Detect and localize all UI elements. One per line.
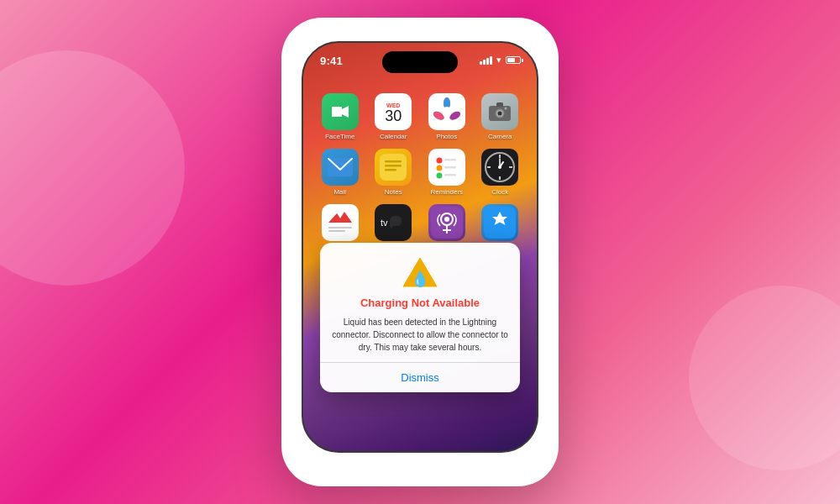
svg-text:💧: 💧 [411,270,430,288]
svg-point-22 [436,158,442,164]
svg-rect-45 [484,207,516,239]
svg-rect-23 [444,159,456,161]
alert-title: Charging Not Available [332,297,508,311]
alert-message: Liquid has been detected in the Lightnin… [332,316,508,354]
svg-point-15 [505,108,507,110]
app-icon-calendar[interactable]: WED 30 Calendar [371,93,415,140]
svg-text:tv: tv [381,218,388,228]
phone-card: 9:41 ▾ [281,18,559,486]
app-icon-facetime[interactable]: FaceTime [318,93,362,140]
warning-water-icon: 💧 [402,256,438,290]
svg-marker-0 [332,107,342,117]
app-grid: FaceTime WED 30 Calendar [303,87,537,266]
bg-decoration-right [689,286,840,470]
svg-rect-25 [444,166,456,169]
app-icon-camera[interactable]: Camera [478,93,522,140]
bg-decoration-left [0,50,185,286]
svg-point-35 [498,165,501,169]
alert-dismiss-button[interactable]: Dismiss [332,363,508,392]
svg-point-42 [444,217,449,222]
signal-icon [480,56,492,65]
svg-marker-1 [342,106,349,118]
svg-rect-38 [328,230,345,232]
svg-rect-27 [444,174,456,176]
app-icon-photos[interactable]: Photos [425,93,469,140]
alert-dialog: 💧 Charging Not Available Liquid has been… [320,243,520,392]
app-icon-clock[interactable]: Clock [478,149,522,196]
app-row-1: FaceTime WED 30 Calendar [313,93,527,140]
status-icons: ▾ [480,55,523,66]
svg-point-26 [436,173,442,179]
svg-point-9 [442,107,452,117]
svg-rect-18 [385,160,402,163]
svg-rect-20 [385,169,396,171]
svg-point-24 [436,165,442,171]
app-icon-reminders[interactable]: Reminders [425,149,469,196]
iphone-frame: 9:41 ▾ [302,41,538,453]
status-time: 9:41 [320,55,343,67]
battery-icon [506,56,523,64]
wifi-icon: ▾ [496,55,501,66]
app-icon-notes[interactable]: Notes [371,149,415,196]
svg-point-14 [498,112,502,116]
app-icon-mail[interactable]: Mail [318,149,362,196]
svg-rect-17 [380,154,407,181]
app-row-2: Mail Notes [313,149,527,196]
svg-rect-19 [385,165,402,167]
svg-rect-37 [328,227,352,228]
svg-rect-11 [496,102,503,107]
svg-rect-40 [431,207,463,239]
dynamic-island [382,51,458,73]
alert-icon-wrapper: 💧 [332,256,508,290]
